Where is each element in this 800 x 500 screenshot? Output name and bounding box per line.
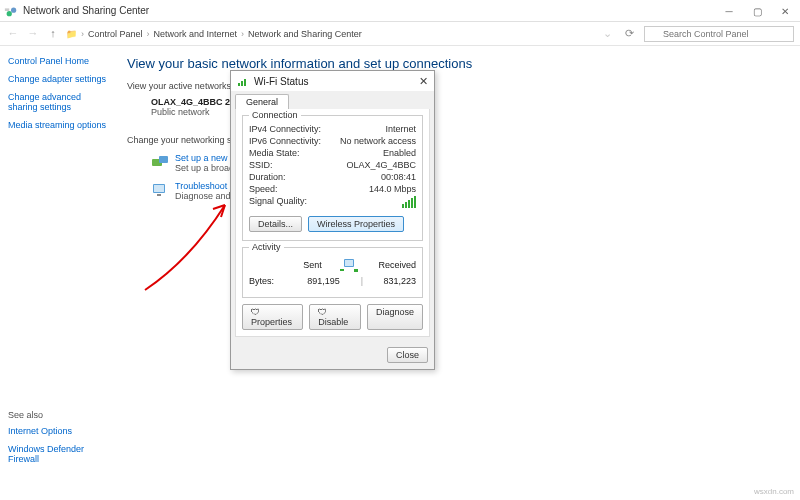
dialog-footer: Close [231,341,434,369]
activity-legend: Activity [249,242,284,252]
breadcrumb-page[interactable]: Network and Sharing Center [248,29,362,39]
duration-label: Duration: [249,172,286,182]
dialog-close-button[interactable]: ✕ [419,75,428,88]
duration-value: 00:08:41 [381,172,416,182]
bytes-received: 831,223 [366,276,416,286]
signal-bars [401,196,416,210]
dropdown-icon[interactable]: ⌄ [600,27,614,41]
sidebar: Control Panel Home Change adapter settin… [0,46,115,500]
svg-rect-10 [244,79,246,86]
sidebar-see-firewall[interactable]: Windows Defender Firewall [8,444,107,464]
received-label: Received [366,260,416,270]
breadcrumb-cat[interactable]: Network and Internet [154,29,238,39]
speed-label: Speed: [249,184,278,194]
sidebar-item-sharing[interactable]: Change advanced sharing settings [8,92,107,112]
svg-point-0 [7,11,12,16]
forward-button[interactable]: → [26,27,40,41]
change-settings-heading: Change your networking settings [127,135,788,145]
wireless-properties-button[interactable]: Wireless Properties [308,216,404,232]
media-label: Media State: [249,148,300,158]
signal-label: Signal Quality: [249,196,307,210]
search-wrap: 🔍 [644,26,794,42]
troubleshoot-icon [151,181,169,199]
bytes-label: Bytes: [249,276,289,286]
disable-button[interactable]: 🛡Disable [309,304,361,330]
svg-rect-8 [238,83,240,86]
window-title: Network and Sharing Center [23,5,724,16]
page-heading: View your basic network information and … [127,56,788,71]
ipv6-label: IPv6 Connectivity: [249,136,321,146]
svg-rect-4 [159,156,168,163]
back-button[interactable]: ← [6,27,20,41]
sidebar-home[interactable]: Control Panel Home [8,56,107,66]
details-button[interactable]: Details... [249,216,302,232]
tab-general[interactable]: General [235,94,289,109]
activity-group: Activity Sent Received Bytes: 891,195 | … [242,247,423,298]
media-value: Enabled [383,148,416,158]
window-titlebar: Network and Sharing Center ─ ▢ ✕ [0,0,800,22]
minimize-button[interactable]: ─ [724,6,734,16]
svg-rect-13 [340,269,344,271]
sidebar-item-media[interactable]: Media streaming options [8,120,107,130]
dialog-titlebar: Wi-Fi Status ✕ [231,71,434,91]
dialog-body: Connection IPv4 Connectivity:Internet IP… [235,109,430,337]
connection-group: Connection IPv4 Connectivity:Internet IP… [242,115,423,241]
dialog-action-row: 🛡Properties 🛡Disable Diagnose [242,304,423,330]
ipv4-label: IPv4 Connectivity: [249,124,321,134]
diagnose-button[interactable]: Diagnose [367,304,423,330]
search-input[interactable] [644,26,794,42]
bytes-sent: 891,195 [289,276,358,286]
dialog-tabbar: General [231,91,434,109]
app-icon [4,4,18,18]
close-dialog-button[interactable]: Close [387,347,428,363]
ssid-label: SSID: [249,160,273,170]
wifi-icon [237,75,249,87]
svg-rect-6 [154,185,164,192]
activity-icon [340,257,362,273]
svg-rect-12 [345,260,353,266]
sent-label: Sent [289,260,336,270]
speed-value: 144.0 Mbps [369,184,416,194]
up-button[interactable]: ↑ [46,27,60,41]
svg-rect-2 [5,8,9,11]
svg-rect-14 [354,269,358,272]
wifi-status-dialog: Wi-Fi Status ✕ General Connection IPv4 C… [230,70,435,370]
sidebar-see-internet[interactable]: Internet Options [8,426,107,436]
svg-rect-7 [157,194,161,196]
content: View your basic network information and … [115,46,800,500]
breadcrumb-icon: 📁 [66,29,77,39]
breadcrumb-root[interactable]: Control Panel [88,29,143,39]
ipv4-value: Internet [385,124,416,134]
close-button[interactable]: ✕ [780,6,790,16]
dialog-title: Wi-Fi Status [254,76,419,87]
window-buttons: ─ ▢ ✕ [724,6,796,16]
active-networks-heading: View your active networks [127,81,788,91]
refresh-button[interactable]: ⟳ [622,27,636,41]
sidebar-item-adapter[interactable]: Change adapter settings [8,74,107,84]
svg-rect-9 [241,81,243,86]
ssid-value: OLAX_4G_4BBC [346,160,416,170]
properties-button[interactable]: 🛡Properties [242,304,303,330]
maximize-button[interactable]: ▢ [752,6,762,16]
toolbar: ← → ↑ 📁 › Control Panel › Network and In… [0,22,800,46]
ipv6-value: No network access [340,136,416,146]
setup-icon [151,153,169,171]
svg-point-1 [11,7,16,12]
see-also-heading: See also [8,410,107,420]
breadcrumb: 📁 › Control Panel › Network and Internet… [66,29,362,39]
watermark: wsxdn.com [754,487,794,496]
connection-legend: Connection [249,110,301,120]
